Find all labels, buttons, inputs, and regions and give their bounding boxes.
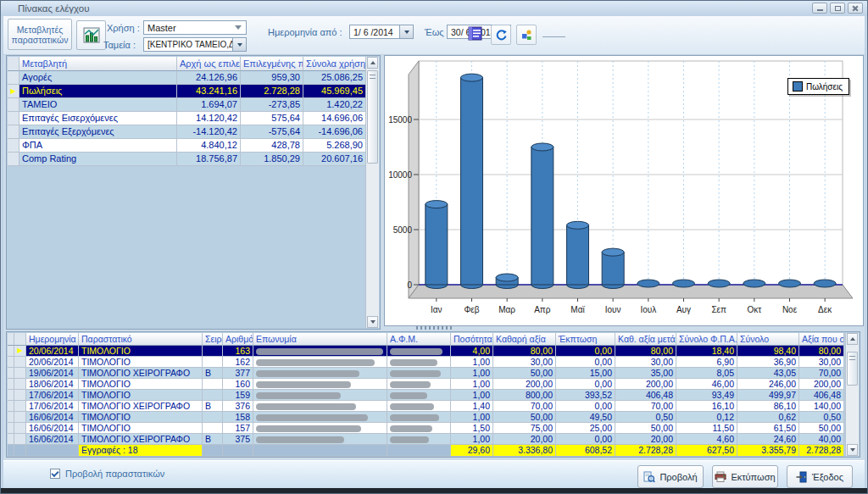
table-row[interactable]: ΤΑΜΕΙΟ1.694,07-273,851.420,22: [8, 98, 366, 112]
row-selector[interactable]: [14, 401, 26, 412]
x-tick-label: Δεκ: [818, 305, 832, 314]
table-row[interactable]: Επιταγές Εισερχόμενες14.120,42575,6414.6…: [8, 112, 366, 125]
row-selector[interactable]: ▶: [14, 346, 26, 357]
column-header[interactable]: Επωνυμία: [253, 333, 387, 346]
chart-view-button[interactable]: [76, 20, 106, 50]
column-header[interactable]: Α.Φ.Μ.: [387, 333, 451, 346]
table-row[interactable]: 19/06/2014ΤΙΜΟΛΟΓΙΟ ΧΕΙΡΟΓΡΑΦΟΒ3771,0050…: [8, 368, 844, 379]
variables-grid-scrollbar[interactable]: [365, 57, 379, 328]
date-from-field[interactable]: 1/ 6 /2014: [349, 25, 414, 39]
legend-swatch: [793, 81, 803, 92]
row-selector[interactable]: [14, 412, 26, 423]
column-header[interactable]: Σειρά: [203, 333, 223, 346]
dropdown-arrow-button[interactable]: [399, 25, 413, 38]
row-selector[interactable]: [8, 112, 19, 125]
column-header[interactable]: Μεταβλητή: [19, 57, 177, 71]
exit-button[interactable]: Έξοδος: [787, 465, 853, 488]
scrollbar-thumb[interactable]: [847, 352, 858, 386]
table-row[interactable]: Αγορές24.126,96959,3025.086,25: [8, 71, 366, 85]
date-to-label: Έως: [425, 27, 444, 37]
bar-top: [602, 248, 624, 256]
cell-total: 61,50: [737, 423, 799, 434]
column-header[interactable]: Σύνολα χρήσης: [303, 57, 366, 71]
table-row[interactable]: 17/06/2014ΤΙΜΟΛΟΓΙΟ1591,00800,00393,5240…: [8, 390, 844, 401]
usage-combobox[interactable]: Master: [143, 20, 247, 35]
scroll-down-button[interactable]: [367, 316, 378, 328]
scrollbar-thumb[interactable]: [367, 70, 378, 164]
table-row[interactable]: Επιταγές Εξερχόμενες-14.120,42-575,64-14…: [8, 125, 366, 139]
cell-number: 158: [223, 412, 253, 423]
row-strip: [8, 346, 14, 357]
table-row[interactable]: 16/06/2014ΤΙΜΟΛΟΓΙΟ ΧΕΙΡΟΓΡΑΦΟΒ3751,0020…: [8, 434, 844, 445]
column-header[interactable]: Καθ. αξία μετά ...: [615, 333, 676, 346]
table-row[interactable]: 20/06/2014ΤΙΜΟΛΟΓΙΟ1621,0030,000,0030,00…: [8, 357, 844, 368]
redacted-afm: [390, 359, 437, 366]
cell-date: 19/06/2014: [26, 368, 79, 379]
column-header[interactable]: Επιλεγμένης περ...: [241, 57, 303, 71]
row-selector[interactable]: [14, 379, 26, 390]
dropdown-arrow-button[interactable]: [232, 38, 246, 51]
cell-period: -575,64: [241, 125, 303, 139]
splitter-handle[interactable]: [416, 326, 453, 330]
row-selector[interactable]: ▶: [8, 85, 19, 98]
column-header[interactable]: Σύνολο Φ.Π.Α.: [676, 333, 737, 346]
minimize-button[interactable]: [812, 3, 827, 14]
print-button[interactable]: Εκτύπωση: [712, 465, 778, 488]
table-row[interactable]: Comp Rating18.756,871.850,2920.607,16: [8, 153, 366, 166]
scroll-up-button[interactable]: [367, 57, 378, 69]
checkbox-checked-icon[interactable]: [50, 469, 60, 479]
refresh-icon: [495, 29, 508, 42]
column-header[interactable]: Σύνολο: [737, 333, 799, 346]
row-selector[interactable]: [8, 139, 19, 153]
table-row[interactable]: 18/06/2014ΤΙΜΟΛΟΓΙΟ1601,00200,000,00200,…: [8, 379, 844, 390]
cell-company: [253, 357, 387, 368]
table-row[interactable]: ▶20/06/2014ΤΙΜΟΛΟΓΙΟ1634,0080,000,0080,0…: [8, 346, 844, 357]
row-selector[interactable]: [14, 390, 26, 401]
column-header[interactable]: Καθαρή αξία: [493, 333, 556, 346]
row-selector[interactable]: [14, 357, 26, 368]
row-selector[interactable]: [14, 423, 26, 434]
column-header[interactable]: Ποσότητα: [451, 333, 493, 346]
row-selector[interactable]: [8, 153, 19, 166]
row-strip: [8, 390, 14, 401]
chart-legend: Πωλήσεις: [787, 78, 849, 95]
table-row[interactable]: 16/06/2014ΤΙΜΟΛΟΓΙΟ1571,5075,0025,0050,0…: [8, 423, 844, 434]
cell-start: 18.756,87: [177, 153, 241, 166]
funds-combobox[interactable]: [ΚΕΝΤΡΙΚΟ ΤΑΜΕΙΟ,ΔΙΕΥΙ: [143, 37, 247, 52]
export-button[interactable]: [516, 25, 537, 45]
table-row[interactable]: 16/06/2014ΤΙΜΟΛΟΓΙΟ1581,0050,0049,500,50…: [8, 412, 844, 423]
totals-cell: 2.728,28: [799, 445, 844, 457]
table-row[interactable]: ▶Πωλήσεις43.241,162.728,2845.969,45: [8, 85, 366, 98]
maximize-button[interactable]: [830, 3, 845, 14]
column-header[interactable]: Έκπτωση: [556, 333, 615, 346]
refresh-button[interactable]: [491, 25, 511, 45]
x-tick-label: Σεπ: [711, 305, 726, 314]
entries-list-icon[interactable]: [468, 26, 482, 41]
preview-button[interactable]: Προβολή: [637, 465, 704, 488]
row-selector[interactable]: [8, 125, 19, 139]
column-header[interactable]: Αξία που σ...: [799, 333, 844, 346]
totals-cell: 627,50: [676, 445, 737, 457]
column-header[interactable]: Παραστατικό: [79, 333, 203, 346]
row-selector[interactable]: [8, 71, 19, 85]
cell-vat: 46,00: [676, 379, 737, 390]
column-header[interactable]: Αριθμός: [223, 333, 253, 346]
x-tick-label: Οκτ: [747, 305, 761, 314]
column-header[interactable]: Ημερομηνία: [26, 333, 79, 346]
close-button[interactable]: [848, 3, 863, 14]
row-selector[interactable]: [8, 98, 19, 112]
cell-net_after: 80,00: [615, 346, 676, 357]
scroll-down-button[interactable]: [847, 444, 858, 456]
column-header[interactable]: Αρχή ως επιλεγμ...: [177, 57, 241, 71]
row-selector[interactable]: [14, 368, 26, 379]
variables-button[interactable]: Μεταβλητές παραστατικών: [8, 19, 72, 50]
scroll-up-button[interactable]: [847, 333, 858, 345]
show-documents-toggle[interactable]: Προβολή παραστατικών: [50, 469, 164, 479]
footer-series: [203, 445, 223, 457]
table-row[interactable]: ΦΠΑ4.840,12428,785.268,90: [8, 139, 366, 153]
cell-date: 17/06/2014: [26, 401, 79, 412]
table-row[interactable]: 17/06/2014ΤΙΜΟΛΟΓΙΟ ΧΕΙΡΟΓΡΑΦΟΒ3761,4070…: [8, 401, 844, 412]
title-bar[interactable]: Πίνακας ελέγχου: [1, 1, 867, 16]
row-selector[interactable]: [14, 434, 26, 445]
documents-grid-scrollbar[interactable]: [845, 333, 859, 456]
